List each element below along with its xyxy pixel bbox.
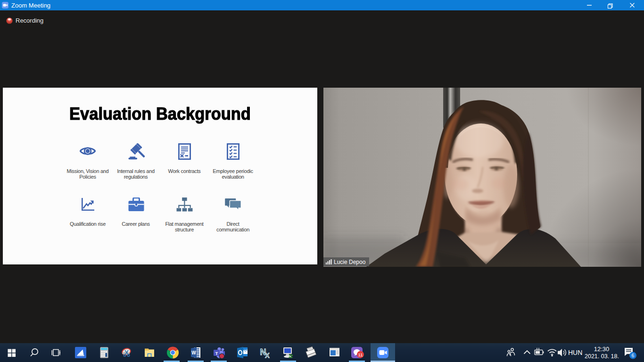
svg-text:T: T bbox=[215, 351, 218, 356]
svg-text:11: 11 bbox=[358, 352, 363, 357]
svg-text:6: 6 bbox=[632, 353, 635, 358]
svg-text:X: X bbox=[265, 352, 270, 359]
svg-text:W: W bbox=[191, 350, 196, 355]
